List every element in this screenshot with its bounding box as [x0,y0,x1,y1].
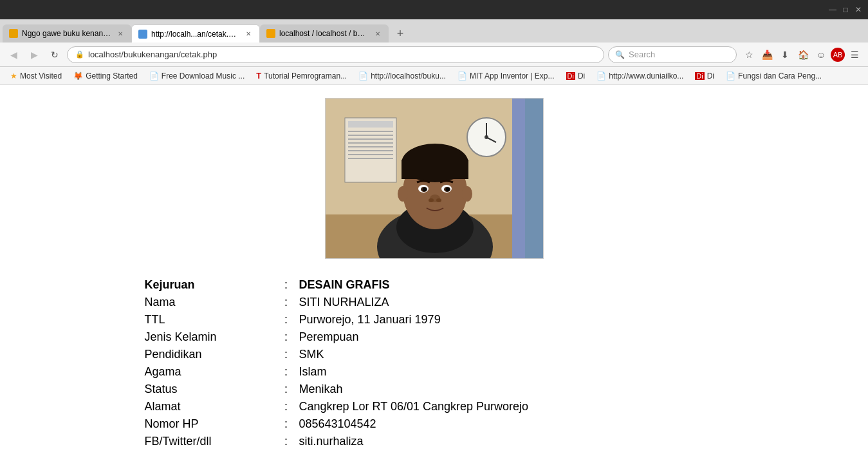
info-label-8: Nomor HP [145,417,273,431]
bookmark-fungsi[interactable]: 📄 Fungsi dan Cara Peng... [721,70,827,82]
bookmark-page-icon-6: 📄 [726,71,735,81]
adblock-button[interactable]: AB [831,48,845,62]
tab-bar: Nggo gawe buku kenanga... ✕ http://local… [0,19,868,43]
bookmark-localhost-buku-label: http://localhost/buku... [371,71,446,81]
search-placeholder: Search [629,50,655,59]
forward-button[interactable]: ▶ [26,46,42,63]
tab-3-close[interactable]: ✕ [373,29,382,38]
info-value-6: Menikah [299,383,343,396]
svg-point-33 [436,198,441,202]
refresh-button[interactable]: ↻ [46,46,63,63]
minimize-button[interactable]: — [828,5,837,14]
info-label-3: Jenis Kelamin [145,330,273,344]
info-label-0: Kejuruan [145,278,273,292]
back-button[interactable]: ◀ [5,46,22,63]
home-button[interactable]: 🏠 [795,46,811,63]
bookmark-di2[interactable]: Di Di [690,70,719,82]
bookmark-star-icon: ★ [10,71,17,81]
svg-rect-18 [512,99,525,259]
info-colon-8: : [273,417,299,431]
bookmark-t-icon: T [256,71,261,81]
info-colon-0: : [273,278,299,292]
page-content: Kejuruan:DESAIN GRAFISNama:SITI NURHALIZ… [0,85,868,465]
svg-point-34 [398,186,408,202]
info-colon-3: : [273,330,299,344]
address-bar[interactable]: 🔒 localhost/bukukenangan/cetak.php [67,46,604,63]
svg-rect-12 [348,158,393,159]
tab-3-label: localhost / localhost / but... [279,29,369,38]
profile-button[interactable]: ☺ [813,46,829,63]
new-tab-button[interactable]: + [391,24,409,43]
title-bar: — □ ✕ [0,0,868,19]
info-label-6: Status [145,383,273,396]
svg-point-32 [429,198,434,202]
bookmark-getting-started[interactable]: 🦊 Getting Started [68,70,143,82]
close-button[interactable]: ✕ [854,5,863,14]
bookmark-star-button[interactable]: ☆ [741,46,757,63]
info-colon-7: : [273,400,299,413]
info-label-9: FB/Twitter/dll [145,435,273,448]
bookmark-di2-label: Di [707,71,714,81]
info-row: Kejuruan:DESAIN GRAFIS [145,278,724,292]
bookmark-di1-label: Di [578,71,585,81]
tab-1-label: Nggo gawe buku kenanga... [22,29,112,38]
tab-3-icon [266,29,275,38]
svg-rect-6 [348,135,393,136]
tab-2[interactable]: http://localh...an/cetak.php ✕ [131,24,260,43]
info-row: Jenis Kelamin:Perempuan [145,330,724,344]
info-value-2: Purworejo, 11 Januari 1979 [299,313,441,327]
info-row: Nomor HP:085643104542 [145,417,724,431]
info-value-7: Cangkrep Lor RT 06/01 Cangkrep Purworejo [299,400,529,413]
bookmark-page-icon-4: 📄 [457,71,467,81]
menu-button[interactable]: ☰ [846,46,863,63]
tab-1-close[interactable]: ✕ [116,29,125,38]
info-colon-6: : [273,383,299,396]
info-label-4: Pendidikan [145,348,273,361]
bookmark-tutorial[interactable]: T Tutorial Pemrograman... [251,70,352,82]
info-value-5: Islam [299,365,327,379]
download-button[interactable]: ⬇ [777,46,793,63]
bookmark-free-download-label: Free Download Music ... [162,71,245,81]
svg-rect-8 [348,142,393,144]
bookmark-most-visited[interactable]: ★ Most Visited [5,70,67,82]
bookmark-fungsi-label: Fungsi dan Cara Peng... [738,71,822,81]
svg-rect-5 [348,131,393,132]
search-bar[interactable]: 🔍 Search [608,46,737,63]
bookmark-tutorial-label: Tutorial Pemrograman... [264,71,347,81]
info-row: Pendidikan:SMK [145,348,724,361]
info-row: Status:Menikah [145,383,724,396]
bookmark-page-icon-3: 📄 [358,71,368,81]
info-value-9: siti.nurhaliza [299,435,364,448]
bookmark-duniailko[interactable]: 📄 http://www.duniailko... [591,70,688,82]
bookmark-di1[interactable]: Di Di [561,70,591,82]
info-label-7: Alamat [145,400,273,413]
svg-rect-10 [348,150,393,151]
svg-rect-7 [348,138,393,140]
bookmark-duniailko-label: http://www.duniailko... [609,71,683,81]
info-colon-2: : [273,313,299,327]
svg-rect-4 [348,121,393,128]
info-row: Nama:SITI NURHALIZA [145,296,724,309]
bookmark-di-icon-1: Di [566,72,575,80]
bookmark-mit[interactable]: 📄 MIT App Inventor | Exp... [452,70,560,82]
info-value-0: DESAIN GRAFIS [299,278,390,292]
nav-bar: ◀ ▶ ↻ 🔒 localhost/bukukenangan/cetak.php… [0,43,868,67]
maximize-button[interactable]: □ [841,5,850,14]
tab-2-label: http://localh...an/cetak.php [151,30,240,39]
address-lock-icon: 🔒 [75,50,84,59]
window-controls[interactable]: — □ ✕ [828,5,863,14]
tab-2-close[interactable]: ✕ [244,30,253,39]
search-icon: 🔍 [615,50,625,59]
tab-1[interactable]: Nggo gawe buku kenanga... ✕ [3,24,131,43]
pocket-button[interactable]: 📥 [759,46,775,63]
bookmark-page-icon-2: 📄 [149,71,159,81]
tab-2-icon [138,30,147,39]
bookmark-free-download[interactable]: 📄 Free Download Music ... [144,70,250,82]
info-colon-5: : [273,365,299,379]
info-value-3: Perempuan [299,330,359,344]
bookmark-localhost-buku[interactable]: 📄 http://localhost/buku... [353,70,451,82]
tab-3[interactable]: localhost / localhost / but... ✕ [260,24,389,43]
bookmark-most-visited-label: Most Visited [20,71,62,81]
info-label-1: Nama [145,296,273,309]
svg-rect-9 [348,146,393,147]
